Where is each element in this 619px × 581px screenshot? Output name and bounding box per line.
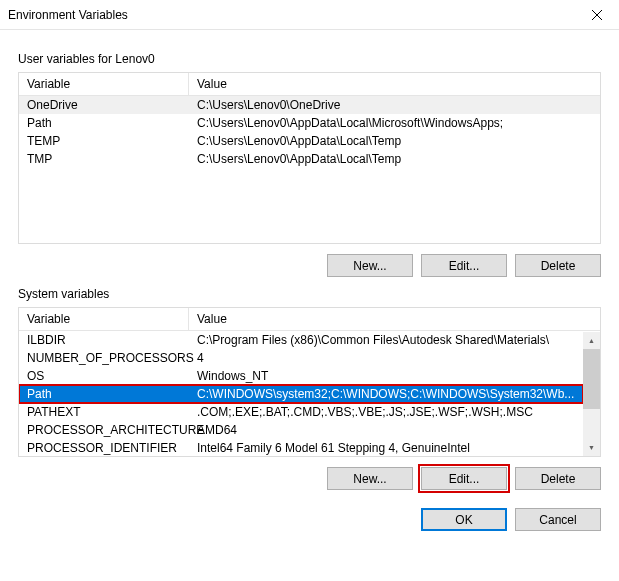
system-vars-label: System variables (18, 287, 601, 301)
dialog-content: User variables for Lenov0 Variable Value… (0, 30, 619, 549)
table-row[interactable]: Path C:\Users\Lenov0\AppData\Local\Micro… (19, 114, 600, 132)
table-row[interactable]: NUMBER_OF_PROCESSORS 4 (19, 349, 583, 367)
system-vars-table: Variable Value ILBDIR C:\Program Files (… (18, 307, 601, 457)
cell-value: C:\Program Files (x86)\Common Files\Auto… (189, 332, 583, 348)
ok-button[interactable]: OK (421, 508, 507, 531)
table-row[interactable]: ILBDIR C:\Program Files (x86)\Common Fil… (19, 331, 583, 349)
scroll-down-arrow-icon[interactable]: ▼ (583, 439, 600, 456)
header-variable[interactable]: Variable (19, 308, 189, 330)
close-icon (592, 10, 602, 20)
cancel-button[interactable]: Cancel (515, 508, 601, 531)
system-vars-buttons: New... Edit... Delete (18, 467, 601, 490)
table-row[interactable]: PROCESSOR_ARCHITECTURE AMD64 (19, 421, 583, 439)
scroll-up-arrow-icon[interactable]: ▲ (583, 332, 600, 349)
user-vars-table: Variable Value OneDrive C:\Users\Lenov0\… (18, 72, 601, 244)
cell-variable: Path (19, 115, 189, 131)
cell-value: Intel64 Family 6 Model 61 Stepping 4, Ge… (189, 440, 583, 455)
cell-value: Windows_NT (189, 368, 583, 384)
cell-value: C:\WINDOWS\system32;C:\WINDOWS;C:\WINDOW… (189, 386, 583, 402)
cell-variable: PATHEXT (19, 404, 189, 420)
cell-variable: NUMBER_OF_PROCESSORS (19, 350, 189, 366)
table-row[interactable]: PROCESSOR_IDENTIFIER Intel64 Family 6 Mo… (19, 439, 583, 455)
header-value[interactable]: Value (189, 73, 600, 95)
table-row[interactable]: Path C:\WINDOWS\system32;C:\WINDOWS;C:\W… (19, 385, 583, 403)
table-row[interactable]: TMP C:\Users\Lenov0\AppData\Local\Temp (19, 150, 600, 168)
cell-variable: ILBDIR (19, 332, 189, 348)
user-vars-header: Variable Value (19, 73, 600, 96)
user-vars-body: OneDrive C:\Users\Lenov0\OneDrive Path C… (19, 96, 600, 242)
cell-value: C:\Users\Lenov0\AppData\Local\Microsoft\… (189, 115, 600, 131)
cell-variable: OS (19, 368, 189, 384)
dialog-footer-buttons: OK Cancel (18, 508, 601, 531)
user-edit-button[interactable]: Edit... (421, 254, 507, 277)
system-vars-body: ILBDIR C:\Program Files (x86)\Common Fil… (19, 331, 583, 455)
cell-variable: OneDrive (19, 97, 189, 113)
header-value[interactable]: Value (189, 308, 600, 330)
table-row[interactable]: TEMP C:\Users\Lenov0\AppData\Local\Temp (19, 132, 600, 150)
cell-value: .COM;.EXE;.BAT;.CMD;.VBS;.VBE;.JS;.JSE;.… (189, 404, 583, 420)
scroll-thumb[interactable] (583, 349, 600, 409)
user-vars-label: User variables for Lenov0 (18, 52, 601, 66)
system-new-button[interactable]: New... (327, 467, 413, 490)
system-delete-button[interactable]: Delete (515, 467, 601, 490)
system-vars-header: Variable Value (19, 308, 600, 331)
window-title: Environment Variables (8, 8, 128, 22)
table-row[interactable]: OneDrive C:\Users\Lenov0\OneDrive (19, 96, 600, 114)
cell-value: AMD64 (189, 422, 583, 438)
titlebar: Environment Variables (0, 0, 619, 30)
scrollbar[interactable]: ▲ ▼ (583, 332, 600, 456)
cell-value: C:\Users\Lenov0\AppData\Local\Temp (189, 151, 600, 167)
cell-variable: Path (19, 386, 189, 402)
user-delete-button[interactable]: Delete (515, 254, 601, 277)
cell-value: C:\Users\Lenov0\OneDrive (189, 97, 600, 113)
user-new-button[interactable]: New... (327, 254, 413, 277)
cell-variable: TMP (19, 151, 189, 167)
cell-value: C:\Users\Lenov0\AppData\Local\Temp (189, 133, 600, 149)
cell-variable: PROCESSOR_IDENTIFIER (19, 440, 189, 455)
cell-variable: TEMP (19, 133, 189, 149)
table-row[interactable]: OS Windows_NT (19, 367, 583, 385)
system-edit-button[interactable]: Edit... (421, 467, 507, 490)
cell-variable: PROCESSOR_ARCHITECTURE (19, 422, 189, 438)
cell-value: 4 (189, 350, 583, 366)
close-button[interactable] (574, 0, 619, 30)
table-row[interactable]: PATHEXT .COM;.EXE;.BAT;.CMD;.VBS;.VBE;.J… (19, 403, 583, 421)
user-vars-buttons: New... Edit... Delete (18, 254, 601, 277)
header-variable[interactable]: Variable (19, 73, 189, 95)
